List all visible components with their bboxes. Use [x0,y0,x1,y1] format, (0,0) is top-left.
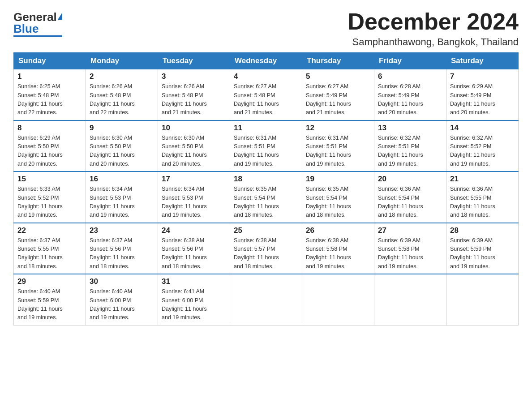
day-number: 13 [378,124,442,133]
day-info: Sunrise: 6:31 AMSunset: 5:51 PMDaylight:… [234,134,298,169]
day-info: Sunrise: 6:30 AMSunset: 5:50 PMDaylight:… [162,134,226,169]
calendar-cell: 26Sunrise: 6:38 AMSunset: 5:58 PMDayligh… [302,223,374,274]
day-number: 18 [234,175,298,184]
calendar-cell: 18Sunrise: 6:35 AMSunset: 5:54 PMDayligh… [230,171,302,223]
page-header: General Blue December 2024 Samphanthawon… [13,9,519,48]
col-header-saturday: Saturday [446,53,519,69]
calendar-cell: 23Sunrise: 6:37 AMSunset: 5:56 PMDayligh… [86,223,158,274]
calendar-cell: 12Sunrise: 6:31 AMSunset: 5:51 PMDayligh… [302,120,374,172]
day-number: 24 [162,226,226,235]
day-info: Sunrise: 6:38 AMSunset: 5:58 PMDaylight:… [306,236,370,271]
logo: General Blue [13,11,62,37]
calendar-cell: 10Sunrise: 6:30 AMSunset: 5:50 PMDayligh… [158,120,230,172]
calendar-cell: 8Sunrise: 6:29 AMSunset: 5:50 PMDaylight… [14,120,86,172]
calendar-cell: 21Sunrise: 6:36 AMSunset: 5:55 PMDayligh… [446,171,519,223]
calendar-header-row: SundayMondayTuesdayWednesdayThursdayFrid… [14,53,519,69]
calendar-week-row: 22Sunrise: 6:37 AMSunset: 5:55 PMDayligh… [14,223,519,274]
logo-triangle-icon [58,13,62,20]
day-number: 7 [450,72,515,81]
day-number: 11 [234,124,298,133]
day-number: 31 [162,277,226,286]
day-info: Sunrise: 6:27 AMSunset: 5:49 PMDaylight:… [306,82,370,117]
day-number: 6 [378,72,442,81]
day-info: Sunrise: 6:36 AMSunset: 5:54 PMDaylight:… [378,185,442,220]
day-info: Sunrise: 6:39 AMSunset: 5:58 PMDaylight:… [378,236,442,271]
calendar-cell: 29Sunrise: 6:40 AMSunset: 5:59 PMDayligh… [14,274,86,325]
day-number: 8 [17,124,82,133]
title-block: December 2024 Samphanthawong, Bangkok, T… [348,9,519,48]
day-info: Sunrise: 6:38 AMSunset: 5:56 PMDaylight:… [162,236,226,271]
calendar-cell: 22Sunrise: 6:37 AMSunset: 5:55 PMDayligh… [14,223,86,274]
day-number: 30 [90,277,154,286]
col-header-thursday: Thursday [302,53,374,69]
day-info: Sunrise: 6:40 AMSunset: 6:00 PMDaylight:… [90,287,154,322]
day-number: 4 [234,72,298,81]
calendar-cell: 31Sunrise: 6:41 AMSunset: 6:00 PMDayligh… [158,274,230,325]
calendar-cell: 27Sunrise: 6:39 AMSunset: 5:58 PMDayligh… [374,223,446,274]
calendar-cell [302,274,374,325]
calendar-cell: 2Sunrise: 6:26 AMSunset: 5:48 PMDaylight… [86,69,158,120]
logo-general-text: General [13,11,57,23]
day-number: 19 [306,175,370,184]
day-number: 27 [378,226,442,235]
day-info: Sunrise: 6:37 AMSunset: 5:56 PMDaylight:… [90,236,154,271]
day-info: Sunrise: 6:29 AMSunset: 5:50 PMDaylight:… [17,134,82,169]
calendar-cell: 30Sunrise: 6:40 AMSunset: 6:00 PMDayligh… [86,274,158,325]
calendar-cell: 7Sunrise: 6:29 AMSunset: 5:49 PMDaylight… [446,69,519,120]
day-number: 26 [306,226,370,235]
calendar-cell: 28Sunrise: 6:39 AMSunset: 5:59 PMDayligh… [446,223,519,274]
day-number: 2 [90,72,154,81]
calendar-table: SundayMondayTuesdayWednesdayThursdayFrid… [13,52,519,325]
logo-blue-text: Blue [13,23,39,34]
day-info: Sunrise: 6:40 AMSunset: 5:59 PMDaylight:… [17,287,82,322]
day-number: 22 [17,226,82,235]
calendar-cell: 9Sunrise: 6:30 AMSunset: 5:50 PMDaylight… [86,120,158,172]
day-number: 23 [90,226,154,235]
day-number: 28 [450,226,515,235]
day-number: 20 [378,175,442,184]
day-info: Sunrise: 6:36 AMSunset: 5:55 PMDaylight:… [450,185,515,220]
calendar-cell: 6Sunrise: 6:28 AMSunset: 5:49 PMDaylight… [374,69,446,120]
day-info: Sunrise: 6:33 AMSunset: 5:52 PMDaylight:… [17,185,82,220]
calendar-cell: 20Sunrise: 6:36 AMSunset: 5:54 PMDayligh… [374,171,446,223]
location-subtitle: Samphanthawong, Bangkok, Thailand [348,36,519,48]
day-info: Sunrise: 6:34 AMSunset: 5:53 PMDaylight:… [90,185,154,220]
calendar-cell: 16Sunrise: 6:34 AMSunset: 5:53 PMDayligh… [86,171,158,223]
calendar-cell: 25Sunrise: 6:38 AMSunset: 5:57 PMDayligh… [230,223,302,274]
calendar-cell: 1Sunrise: 6:25 AMSunset: 5:48 PMDaylight… [14,69,86,120]
calendar-cell: 13Sunrise: 6:32 AMSunset: 5:51 PMDayligh… [374,120,446,172]
day-info: Sunrise: 6:31 AMSunset: 5:51 PMDaylight:… [306,134,370,169]
calendar-cell [374,274,446,325]
calendar-week-row: 15Sunrise: 6:33 AMSunset: 5:52 PMDayligh… [14,171,519,223]
calendar-week-row: 8Sunrise: 6:29 AMSunset: 5:50 PMDaylight… [14,120,519,172]
calendar-cell: 4Sunrise: 6:27 AMSunset: 5:48 PMDaylight… [230,69,302,120]
day-info: Sunrise: 6:39 AMSunset: 5:59 PMDaylight:… [450,236,515,271]
day-number: 29 [17,277,82,286]
calendar-week-row: 1Sunrise: 6:25 AMSunset: 5:48 PMDaylight… [14,69,519,120]
day-number: 12 [306,124,370,133]
col-header-friday: Friday [374,53,446,69]
calendar-cell [230,274,302,325]
day-number: 25 [234,226,298,235]
day-number: 14 [450,124,515,133]
calendar-cell [446,274,519,325]
day-number: 21 [450,175,515,184]
day-info: Sunrise: 6:26 AMSunset: 5:48 PMDaylight:… [90,82,154,117]
calendar-cell: 11Sunrise: 6:31 AMSunset: 5:51 PMDayligh… [230,120,302,172]
month-title: December 2024 [348,9,519,34]
calendar-week-row: 29Sunrise: 6:40 AMSunset: 5:59 PMDayligh… [14,274,519,325]
day-info: Sunrise: 6:29 AMSunset: 5:49 PMDaylight:… [450,82,515,117]
day-number: 9 [90,124,154,133]
day-number: 16 [90,175,154,184]
day-info: Sunrise: 6:28 AMSunset: 5:49 PMDaylight:… [378,82,442,117]
calendar-cell: 15Sunrise: 6:33 AMSunset: 5:52 PMDayligh… [14,171,86,223]
calendar-cell: 14Sunrise: 6:32 AMSunset: 5:52 PMDayligh… [446,120,519,172]
day-info: Sunrise: 6:27 AMSunset: 5:48 PMDaylight:… [234,82,298,117]
col-header-wednesday: Wednesday [230,53,302,69]
calendar-cell: 5Sunrise: 6:27 AMSunset: 5:49 PMDaylight… [302,69,374,120]
day-info: Sunrise: 6:32 AMSunset: 5:51 PMDaylight:… [378,134,442,169]
day-info: Sunrise: 6:37 AMSunset: 5:55 PMDaylight:… [17,236,82,271]
day-number: 10 [162,124,226,133]
day-number: 1 [17,72,82,81]
day-info: Sunrise: 6:32 AMSunset: 5:52 PMDaylight:… [450,134,515,169]
